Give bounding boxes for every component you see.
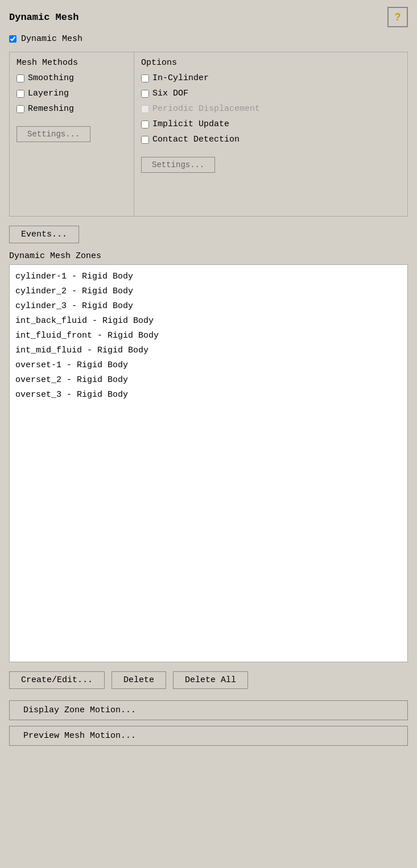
implicit-update-checkbox[interactable] [141,121,149,128]
zone-item[interactable]: overset_3 - Rigid Body [15,388,402,402]
zone-item[interactable]: int_back_fluid - Rigid Body [15,314,402,329]
zone-item[interactable]: cylinder_2 - Rigid Body [15,284,402,299]
dynamic-mesh-zones-label: Dynamic Mesh Zones [9,251,408,261]
zone-item[interactable]: overset_2 - Rigid Body [15,373,402,388]
dynamic-mesh-label[interactable]: Dynamic Mesh [21,34,82,44]
in-cylinder-label[interactable]: In-Cylinder [152,73,209,83]
display-zone-motion-button[interactable]: Display Zone Motion... [9,700,408,720]
in-cylinder-checkbox[interactable] [141,74,149,82]
delete-button[interactable]: Delete [112,671,166,689]
six-dof-checkbox[interactable] [141,90,149,98]
six-dof-row: Six DOF [141,89,401,98]
preview-mesh-motion-button[interactable]: Preview Mesh Motion... [9,726,408,746]
periodic-displacement-label: Periodic Displacement [152,104,260,114]
zone-item[interactable]: int_fluid_front - Rigid Body [15,329,402,343]
zones-list[interactable]: cylinder-1 - Rigid Body cylinder_2 - Rig… [9,264,408,662]
smoothing-label[interactable]: Smoothing [28,73,74,83]
remeshing-row: Remeshing [16,104,127,114]
in-cylinder-row: In-Cylinder [141,73,401,83]
bottom-buttons: Display Zone Motion... Preview Mesh Moti… [9,700,408,746]
periodic-displacement-row: Periodic Displacement [141,104,401,114]
events-button-container: Events... [9,226,408,251]
six-dof-label[interactable]: Six DOF [152,89,188,98]
contact-detection-row: Contact Detection [141,135,401,144]
methods-options-container: Mesh Methods Smoothing Layering Remeshin… [9,52,408,217]
mesh-methods-panel: Mesh Methods Smoothing Layering Remeshin… [9,52,134,217]
dialog-title: Dynamic Mesh [9,12,79,23]
zone-item[interactable]: overset-1 - Rigid Body [15,358,402,373]
events-button[interactable]: Events... [9,226,79,243]
zone-item[interactable]: cylinder_3 - Rigid Body [15,299,402,314]
implicit-update-label[interactable]: Implicit Update [152,119,229,129]
dynamic-mesh-dialog: Dynamic Mesh ? Dynamic Mesh Mesh Methods… [0,0,417,868]
action-buttons-row: Create/Edit... Delete Delete All [9,671,408,689]
mesh-methods-header: Mesh Methods [16,58,127,68]
dynamic-mesh-checkbox-row: Dynamic Mesh [9,34,408,44]
implicit-update-row: Implicit Update [141,119,401,129]
options-panel: Options In-Cylinder Six DOF Periodic Dis… [134,52,408,217]
dynamic-mesh-checkbox[interactable] [9,35,16,43]
smoothing-row: Smoothing [16,73,127,83]
smoothing-checkbox[interactable] [16,74,24,82]
options-settings-button[interactable]: Settings... [141,157,215,173]
contact-detection-checkbox[interactable] [141,136,149,144]
layering-label[interactable]: Layering [28,89,69,98]
periodic-displacement-checkbox [141,105,149,113]
mesh-methods-settings-button[interactable]: Settings... [16,126,90,142]
help-button[interactable]: ? [387,7,408,27]
delete-all-button[interactable]: Delete All [173,671,248,689]
layering-row: Layering [16,89,127,98]
zone-item[interactable]: cylinder-1 - Rigid Body [15,269,402,284]
options-header: Options [141,58,401,68]
contact-detection-label[interactable]: Contact Detection [152,135,240,144]
title-bar: Dynamic Mesh ? [9,7,408,27]
remeshing-checkbox[interactable] [16,105,24,113]
zone-item[interactable]: int_mid_fluid - Rigid Body [15,343,402,358]
layering-checkbox[interactable] [16,90,24,98]
create-edit-button[interactable]: Create/Edit... [9,671,105,689]
remeshing-label[interactable]: Remeshing [28,104,74,114]
